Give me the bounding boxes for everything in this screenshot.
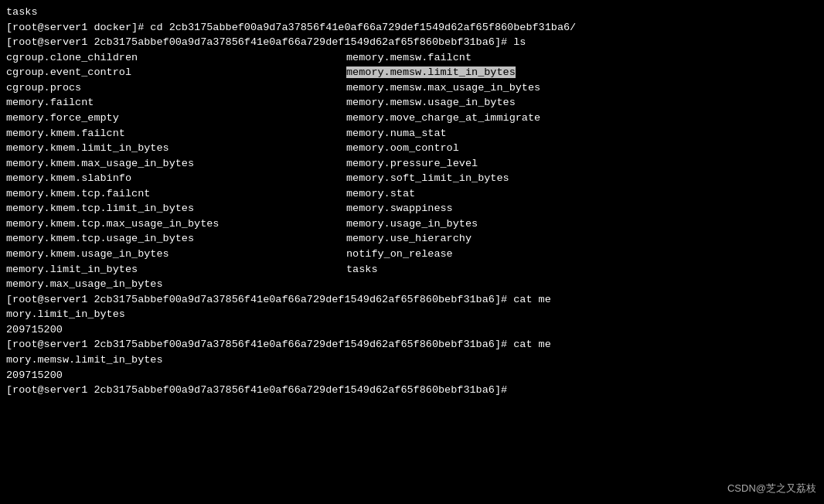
col-right: memory.oom_control [346,141,655,156]
terminal-two-col-line: memory.kmem.limit_in_bytesmemory.oom_con… [6,141,818,156]
col-left: memory.force_empty [6,111,346,126]
col-left: memory.kmem.usage_in_bytes [6,247,346,262]
col-left: cgroup.clone_children [6,50,346,66]
col-right: notify_on_release [346,247,655,262]
terminal-line: mory.limit_in_bytes [6,307,818,322]
col-left: cgroup.event_control [6,65,346,80]
col-right: memory.numa_stat [346,126,655,141]
terminal-two-col-line: memory.kmem.usage_in_bytesnotify_on_rele… [6,247,818,262]
highlighted-text: memory.memsw.limit_in_bytes [346,66,516,78]
col-right: memory.memsw.usage_in_bytes [346,95,655,111]
col-right: memory.memsw.failcnt [346,50,655,66]
col-left: memory.failcnt [6,95,346,111]
terminal-line: [root@server1 2cb3175abbef00a9d7a37856f4… [6,383,818,398]
terminal-line: 209715200 [6,368,818,383]
terminal-line: [root@server1 2cb3175abbef00a9d7a37856f4… [6,337,818,352]
terminal-two-col-line: memory.failcntmemory.memsw.usage_in_byte… [6,95,818,111]
col-right: memory.memsw.limit_in_bytes [346,65,655,80]
terminal-two-col-line: memory.kmem.tcp.failcntmemory.stat [6,186,818,202]
col-right: memory.stat [346,186,655,202]
terminal-two-col-line: memory.kmem.slabinfomemory.soft_limit_in… [6,171,818,186]
col-left: memory.kmem.failcnt [6,126,346,141]
terminal-line: mory.memsw.limit_in_bytes [6,352,818,368]
terminal-line: memory.max_usage_in_bytes [6,277,818,292]
col-right: memory.move_charge_at_immigrate [346,111,655,126]
terminal-two-col-line: memory.kmem.tcp.limit_in_bytesmemory.swa… [6,201,818,216]
terminal-two-col-line: cgroup.procsmemory.memsw.max_usage_in_by… [6,80,818,96]
terminal-two-col-line: memory.kmem.tcp.usage_in_bytesmemory.use… [6,231,818,247]
col-left: memory.kmem.max_usage_in_bytes [6,156,346,172]
terminal-line: [root@server1 docker]# cd 2cb3175abbef00… [6,20,818,36]
terminal-line: 209715200 [6,322,818,338]
col-right: memory.swappiness [346,201,655,216]
col-left: memory.kmem.tcp.max_usage_in_bytes [6,216,346,232]
col-left: memory.kmem.tcp.failcnt [6,186,346,202]
terminal-two-col-line: memory.force_emptymemory.move_charge_at_… [6,111,818,126]
col-right: memory.soft_limit_in_bytes [346,171,655,186]
terminal: tasks[root@server1 docker]# cd 2cb3175ab… [0,0,824,504]
terminal-line: [root@server1 2cb3175abbef00a9d7a37856f4… [6,292,818,308]
terminal-two-col-line: memory.kmem.max_usage_in_bytesmemory.pre… [6,156,818,172]
terminal-two-col-line: cgroup.clone_childrenmemory.memsw.failcn… [6,50,818,66]
terminal-two-col-line: memory.limit_in_bytestasks [6,262,818,278]
col-right: memory.memsw.max_usage_in_bytes [346,80,655,96]
col-right: memory.pressure_level [346,156,655,172]
col-left: cgroup.procs [6,80,346,96]
col-right: memory.use_hierarchy [346,231,655,247]
col-left: memory.kmem.slabinfo [6,171,346,186]
terminal-two-col-line: cgroup.event_controlmemory.memsw.limit_i… [6,65,818,80]
col-right: tasks [346,262,655,278]
col-right: memory.usage_in_bytes [346,216,655,232]
terminal-line: [root@server1 2cb3175abbef00a9d7a37856f4… [6,35,818,50]
terminal-two-col-line: memory.kmem.tcp.max_usage_in_bytesmemory… [6,216,818,232]
col-left: memory.kmem.limit_in_bytes [6,141,346,156]
col-left: memory.kmem.tcp.usage_in_bytes [6,231,346,247]
terminal-two-col-line: memory.kmem.failcntmemory.numa_stat [6,126,818,141]
terminal-line: tasks [6,5,818,20]
watermark-text: CSDN@芝之又荔枝 [727,482,816,496]
col-left: memory.limit_in_bytes [6,262,346,278]
col-left: memory.kmem.tcp.limit_in_bytes [6,201,346,216]
